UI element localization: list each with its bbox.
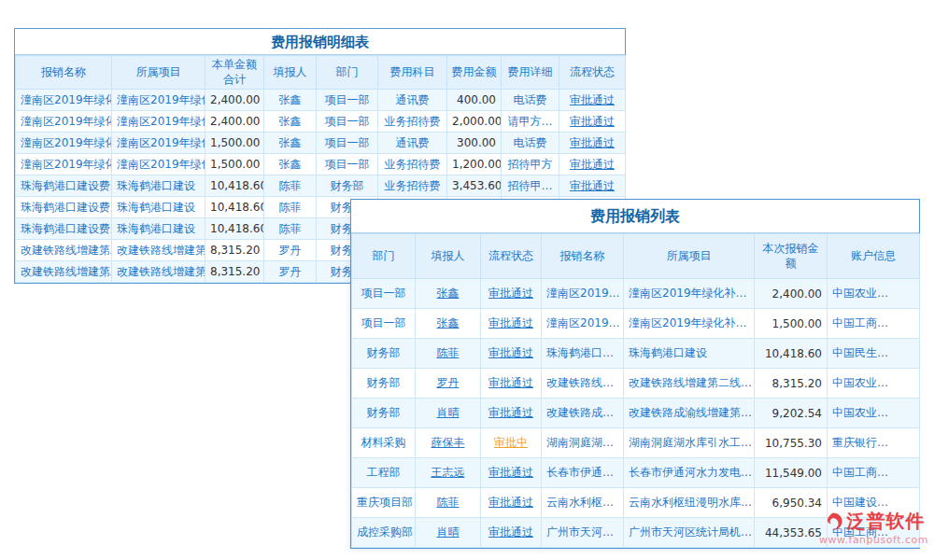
cell-text: 中国建设… bbox=[832, 496, 888, 509]
table-cell: 1,200.00 bbox=[447, 154, 502, 175]
table-cell: 珠海鹤港口建设 bbox=[112, 197, 205, 218]
status-link[interactable]: 审批通过 bbox=[488, 316, 533, 329]
cell-text: 项目一部 bbox=[361, 316, 406, 329]
status-link[interactable]: 审批通过 bbox=[570, 115, 615, 128]
status-link[interactable]: 审批通过 bbox=[570, 93, 615, 106]
cell-text: 中国农业… bbox=[832, 376, 888, 389]
table-cell[interactable]: 审批通过 bbox=[481, 399, 542, 428]
cell-text: 张鑫 bbox=[279, 136, 302, 149]
table-cell: 广州市天河区统计局机… bbox=[624, 518, 755, 548]
table-cell[interactable]: 审批通过 bbox=[481, 369, 542, 399]
table-cell[interactable]: 张鑫 bbox=[416, 279, 481, 309]
cell-text: 2,400.00 bbox=[210, 115, 260, 128]
cell-text: 项目一部 bbox=[325, 136, 370, 149]
cell-text: 财务部 bbox=[331, 179, 364, 192]
user-link[interactable]: 张鑫 bbox=[437, 287, 460, 300]
status-link[interactable]: 审批通过 bbox=[488, 287, 533, 300]
user-link[interactable]: 肖晴 bbox=[437, 406, 460, 419]
cell-text: 张鑫 bbox=[279, 158, 302, 171]
cell-text: 300.00 bbox=[457, 136, 496, 149]
table-cell: 业务招待费 bbox=[378, 154, 447, 175]
table-cell[interactable]: 审批中 bbox=[481, 428, 542, 458]
table-cell: 潼南区2019年绿化补 bbox=[16, 90, 112, 111]
column-header: 账户信息 bbox=[828, 234, 920, 279]
status-link[interactable]: 审批通过 bbox=[488, 496, 533, 509]
status-link[interactable]: 审批通过 bbox=[570, 136, 615, 149]
column-header: 报销名称 bbox=[542, 234, 624, 279]
table-cell[interactable]: 审批通过 bbox=[481, 309, 542, 339]
cell-text: 400.00 bbox=[457, 93, 496, 106]
cell-text: 重庆项目部 bbox=[357, 496, 413, 509]
cell-text: 财务部 bbox=[367, 406, 401, 419]
table-cell: 财务部 bbox=[352, 369, 416, 399]
table-cell[interactable]: 王志远 bbox=[416, 458, 481, 488]
cell-text: 改建铁路线增建第二 bbox=[117, 244, 205, 257]
table-cell[interactable]: 审批通过 bbox=[481, 488, 542, 518]
cell-text: 项目一部 bbox=[325, 115, 370, 128]
table-cell[interactable]: 审批通过 bbox=[559, 90, 626, 111]
cell-text: 云南水利枢… bbox=[546, 496, 614, 509]
table-cell: 44,353.65 bbox=[755, 518, 828, 548]
table-cell[interactable]: 审批通过 bbox=[559, 175, 626, 197]
cell-text: 云南水利枢纽漫明水库… bbox=[629, 496, 752, 509]
table-cell[interactable]: 审批通过 bbox=[559, 133, 626, 154]
table-cell: 张鑫 bbox=[264, 90, 317, 111]
user-link[interactable]: 薛保丰 bbox=[432, 436, 465, 449]
list-header-row: 部门填报人流程状态报销名称所属项目本次报销金额账户信息 bbox=[352, 234, 920, 279]
table-cell: 改建铁路成渝线增建第… bbox=[624, 399, 755, 428]
cell-text: 罗丹 bbox=[279, 244, 302, 257]
table-cell[interactable]: 陈菲 bbox=[416, 488, 481, 518]
table-cell[interactable]: 薛保丰 bbox=[416, 428, 481, 458]
cell-text: 珠海鹤港口建设 bbox=[117, 222, 195, 235]
table-row: 项目一部张鑫审批通过潼南区2019…潼南区2019年绿化补…1,500.00中国… bbox=[352, 309, 920, 339]
user-link[interactable]: 罗丹 bbox=[437, 376, 460, 389]
user-link[interactable]: 张鑫 bbox=[437, 316, 460, 329]
column-header: 本次报销金额 bbox=[755, 234, 828, 279]
expense-detail-title: 费用报销明细表 bbox=[15, 29, 625, 55]
table-cell[interactable]: 罗丹 bbox=[416, 369, 481, 399]
user-link[interactable]: 王志远 bbox=[432, 466, 465, 479]
status-link[interactable]: 审批通过 bbox=[488, 525, 533, 539]
status-link[interactable]: 审批通过 bbox=[488, 466, 533, 479]
table-cell: 2,400.00 bbox=[755, 279, 828, 309]
table-cell[interactable]: 审批通过 bbox=[481, 518, 542, 548]
table-cell[interactable]: 审批通过 bbox=[481, 279, 542, 309]
table-row: 财务部罗丹审批通过改建铁路线…改建铁路线增建第二线…8,315.20中国农业… bbox=[352, 369, 920, 399]
table-row: 潼南区2019年绿化补潼南区2019年绿化补1,500.00张鑫项目一部通讯费3… bbox=[16, 133, 626, 154]
status-link[interactable]: 审批通过 bbox=[488, 406, 533, 419]
cell-text: 项目一部 bbox=[325, 158, 370, 171]
status-link[interactable]: 审批通过 bbox=[488, 346, 533, 359]
column-header: 费用科目 bbox=[378, 56, 447, 90]
cell-text: 湖南洞庭湖… bbox=[546, 436, 614, 449]
brand-url: www.fanpusoft.com bbox=[819, 534, 928, 546]
status-link[interactable]: 审批通过 bbox=[488, 376, 533, 389]
cell-text: 潼南区2019年绿化补 bbox=[21, 136, 112, 149]
table-cell: 潼南区2019年绿化补… bbox=[624, 279, 755, 309]
table-cell[interactable]: 审批通过 bbox=[481, 339, 542, 369]
column-header: 本单金额合计 bbox=[205, 56, 264, 90]
user-link[interactable]: 陈菲 bbox=[437, 496, 460, 509]
table-cell: 请甲方… bbox=[502, 111, 559, 133]
status-link[interactable]: 审批中 bbox=[494, 436, 528, 449]
table-cell[interactable]: 审批通过 bbox=[481, 458, 542, 488]
table-cell: 珠海鹤港口建设 bbox=[112, 218, 205, 240]
table-cell[interactable]: 审批通过 bbox=[559, 111, 626, 133]
table-cell[interactable]: 陈菲 bbox=[416, 339, 481, 369]
cell-text: 通讯费 bbox=[396, 136, 430, 149]
table-cell: 电话费 bbox=[502, 133, 559, 154]
table-cell: 珠海鹤港口… bbox=[542, 339, 624, 369]
table-cell: 10,755.30 bbox=[755, 428, 828, 458]
table-cell[interactable]: 肖晴 bbox=[416, 518, 481, 548]
column-header: 部门 bbox=[352, 234, 416, 279]
table-cell: 项目一部 bbox=[352, 309, 416, 339]
table-cell[interactable]: 肖晴 bbox=[416, 399, 481, 428]
table-cell: 400.00 bbox=[447, 90, 502, 111]
status-link[interactable]: 审批通过 bbox=[570, 179, 615, 192]
cell-text: 业务招待费 bbox=[385, 115, 441, 128]
table-cell: 项目一部 bbox=[317, 111, 378, 133]
table-cell[interactable]: 张鑫 bbox=[416, 309, 481, 339]
table-cell[interactable]: 审批通过 bbox=[559, 154, 626, 175]
user-link[interactable]: 陈菲 bbox=[437, 346, 460, 359]
status-link[interactable]: 审批通过 bbox=[570, 158, 615, 171]
user-link[interactable]: 肖晴 bbox=[437, 525, 460, 539]
